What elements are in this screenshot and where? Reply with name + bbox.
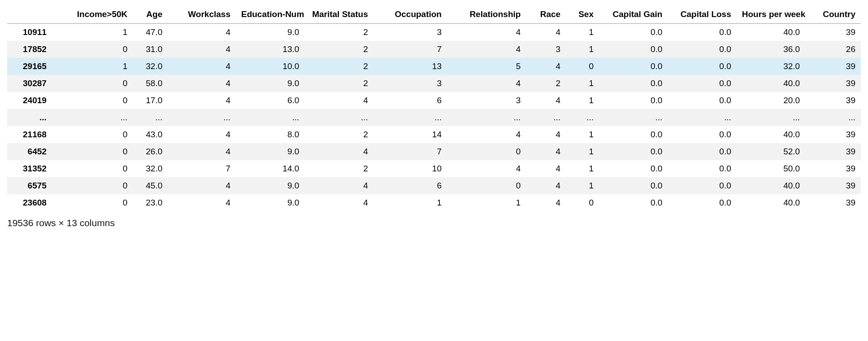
column-header: Relationship [447,5,526,23]
cell: 39 [805,58,861,75]
cell: 47.0 [133,23,168,41]
cell: 1 [55,23,133,41]
cell: 17.0 [133,92,168,109]
cell: 1 [566,92,599,109]
table-row: 21168043.048.02144410.00.040.039 [7,126,861,143]
cell: 4 [304,194,373,211]
cell: 43.0 [133,126,168,143]
cell: ... [304,109,373,126]
cell: 0.0 [668,143,736,160]
cell: 40.0 [737,23,805,41]
column-header: Sex [566,5,599,23]
cell: 39 [805,75,861,92]
cell: 0.0 [668,41,736,58]
cell: 0 [55,194,133,211]
table-body: 10911147.049.0234410.00.040.03917852031.… [7,23,861,211]
cell: 40.0 [737,177,805,194]
cell: 4 [304,143,373,160]
cell: 32.0 [133,160,168,177]
cell: 13.0 [236,41,304,58]
cell: 4 [168,58,236,75]
row-index: 17852 [7,41,55,58]
cell: 0.0 [668,75,736,92]
cell: 4 [526,160,566,177]
cell: 0.0 [599,92,668,109]
cell: 4 [526,92,566,109]
cell: ... [526,109,566,126]
cell: 2 [304,41,373,58]
cell: 0.0 [599,143,668,160]
cell: ... [236,109,304,126]
table-row: 29165132.0410.02135400.00.032.039 [7,58,861,75]
cell: 4 [526,23,566,41]
cell: 4 [526,58,566,75]
row-index: 23608 [7,194,55,211]
cell: 1 [566,143,599,160]
cell: 4 [168,126,236,143]
cell: 0.0 [668,58,736,75]
column-header: Race [526,5,566,23]
cell: 4 [447,41,526,58]
cell: 0.0 [599,75,668,92]
cell: 9.0 [236,23,304,41]
column-header: Income>50K [55,5,133,23]
cell: 1 [566,177,599,194]
cell: 1 [373,194,447,211]
column-header: Age [133,5,168,23]
cell: 0 [55,143,133,160]
cell: 14.0 [236,160,304,177]
cell: 0.0 [599,41,668,58]
cell: 4 [168,41,236,58]
cell: 0.0 [599,23,668,41]
cell: 10 [373,160,447,177]
cell: 4 [168,92,236,109]
cell: 2 [304,160,373,177]
cell: 8.0 [236,126,304,143]
cell: 4 [168,177,236,194]
cell: 2 [526,75,566,92]
table-row: 17852031.0413.0274310.00.036.026 [7,41,861,58]
column-header: Occupation [373,5,447,23]
cell: 0.0 [599,160,668,177]
row-index: 24019 [7,92,55,109]
cell: 40.0 [737,194,805,211]
cell: 9.0 [236,194,304,211]
cell: 2 [304,126,373,143]
cell: 50.0 [737,160,805,177]
cell: 1 [566,126,599,143]
cell: 39 [805,126,861,143]
cell: 4 [304,177,373,194]
cell: 6 [373,177,447,194]
table-row: 24019017.046.0463410.00.020.039 [7,92,861,109]
column-header: Hours per week [737,5,805,23]
cell: 4 [526,143,566,160]
cell: ... [133,109,168,126]
table-row: 31352032.0714.02104410.00.050.039 [7,160,861,177]
row-index: ... [7,109,55,126]
cell: 39 [805,160,861,177]
cell: 0.0 [668,177,736,194]
row-index: 6575 [7,177,55,194]
row-index: 10911 [7,23,55,41]
table-row: 10911147.049.0234410.00.040.039 [7,23,861,41]
cell: ... [55,109,133,126]
cell: 39 [805,143,861,160]
table-row: 30287058.049.0234210.00.040.039 [7,75,861,92]
cell: 9.0 [236,75,304,92]
cell: ... [668,109,736,126]
cell: 39 [805,177,861,194]
cell: 6.0 [236,92,304,109]
column-header: Marital Status [304,5,373,23]
cell: 10.0 [236,58,304,75]
cell: 4 [447,23,526,41]
cell: 40.0 [737,126,805,143]
cell: 7 [373,143,447,160]
cell: 1 [566,41,599,58]
cell: 0 [55,75,133,92]
cell: 7 [168,160,236,177]
cell: ... [168,109,236,126]
cell: 4 [304,92,373,109]
table-row: ........................................… [7,109,861,126]
cell: 4 [526,177,566,194]
cell: ... [447,109,526,126]
